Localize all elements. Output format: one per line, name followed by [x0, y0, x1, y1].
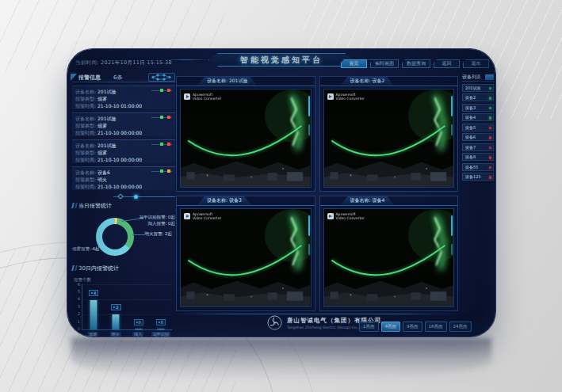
monthly-stats-title: 30日内报警统计 — [72, 265, 175, 272]
alarm-type-label: 报警类型: — [75, 150, 96, 155]
status-dot-alarm — [489, 156, 492, 159]
nav-home-button[interactable]: 首页 — [341, 59, 367, 68]
alarm-entry[interactable]: 设备名称:201试验 报警类型:烟雾 报警时间:21-10-10 00:00:0… — [72, 139, 175, 163]
nav-live-view-button[interactable]: 实时画面 — [370, 59, 399, 68]
bar-plot-area: 6 5 4 3 2 1 0 4 2 — [82, 284, 172, 330]
device-list-item[interactable]: 设备123 — [462, 173, 494, 181]
watermark: ApowersoftVideo Converter — [327, 212, 365, 220]
panel-scrollbar[interactable] — [308, 96, 310, 116]
device-name-value: 201试验 — [97, 143, 116, 148]
y-tick: 1 — [74, 320, 80, 324]
device-list-item[interactable]: 设备55 — [462, 163, 494, 171]
device-list-item[interactable]: 设备2 — [462, 93, 494, 101]
device-list-item[interactable]: 设备4 — [462, 113, 494, 121]
video-device-name-tab: 设备名称: 设备4 — [341, 196, 395, 205]
status-dot-online — [489, 116, 492, 120]
channel-16-button[interactable]: 16画面 — [425, 322, 447, 332]
alarm-time-label: 报警时间: — [75, 184, 96, 189]
alarm-entry[interactable]: 设备名称:设备6 报警类型:明火 报警时间:21-10-10 00:00:00 — [72, 166, 175, 190]
watermark: ApowersoftVideo Converter — [184, 93, 221, 101]
video-panel-header: 设备名称: 设备3 — [177, 196, 315, 206]
panel-scrollbar[interactable] — [451, 215, 453, 236]
channel-9-button[interactable]: 9画面 — [403, 322, 422, 332]
alarm-time-label: 报警时间: — [75, 130, 96, 135]
device-list-header: 设备列表 — [462, 73, 494, 82]
status-dot-alarm — [489, 176, 492, 179]
video-device-name-tab: 设备名称: 201试验 — [197, 77, 257, 86]
y-tick: 5 — [74, 290, 80, 294]
channel-1-button[interactable]: 1画面 — [359, 322, 379, 332]
device-name-label: 设备名称: — [75, 116, 96, 121]
daily-stats-title: 当日报警统计 — [72, 202, 175, 210]
monthly-alarm-bar-chart: 报警个数 6 5 4 3 2 1 0 4 — [72, 277, 175, 337]
device-list-panel: 设备列表 201试验 设备2 设备3 设备4 设备5 设备6 设备7 设备8 设… — [462, 73, 494, 310]
bar-column: 0 — [150, 284, 172, 329]
alarm-time-value: 21-10-10 00:00:00 — [97, 184, 142, 189]
x-tick-smoke: 烟雾 — [87, 332, 98, 337]
device-name-value: 设备6 — [97, 169, 110, 175]
bar-smoke — [90, 300, 97, 329]
alarm-entry[interactable]: 设备名称:201试验 报警类型:烟雾 报警时间:21-10-10 01:00:0… — [72, 86, 175, 109]
status-dot-online — [489, 87, 492, 90]
alarm-panel-title: 报警信息 — [78, 74, 101, 82]
device-list-item[interactable]: 设备5 — [462, 124, 494, 131]
nav-data-query-button[interactable]: 数据查询 — [402, 59, 430, 68]
alarm-time-label: 报警时间: — [75, 157, 96, 162]
panel-scrollbar[interactable] — [308, 244, 310, 255]
bar-intrusion — [135, 329, 142, 329]
status-dot-alarm — [489, 127, 492, 130]
video-stream[interactable]: ApowersoftVideo Converter — [180, 89, 312, 188]
video-name-value: 设备3 — [229, 197, 242, 204]
video-stream[interactable]: ApowersoftVideo Converter — [323, 89, 455, 188]
alarm-level-indicator — [151, 90, 172, 91]
device-reflection — [71, 338, 491, 379]
watermark: ApowersoftVideo Converter — [327, 93, 365, 101]
video-stream[interactable]: ApowersoftVideo Converter — [180, 208, 312, 307]
channel-24-button[interactable]: 24画面 — [449, 322, 472, 332]
watermark-logo-icon — [327, 213, 334, 219]
video-device-name-tab: 设备名称: 设备3 — [197, 196, 251, 205]
bar-column: 0 — [128, 284, 150, 329]
device-list-item[interactable]: 设备7 — [462, 143, 494, 151]
channel-4-button[interactable]: 4画面 — [381, 322, 401, 332]
device-list-item[interactable]: 设备8 — [462, 153, 494, 161]
alarm-level-indicator — [151, 117, 172, 118]
device-list-item[interactable]: 201试验 — [462, 84, 494, 92]
nav-exit-button[interactable]: 退出 — [463, 59, 489, 68]
alarm-level-indicator — [151, 171, 172, 172]
panel-scrollbar[interactable] — [451, 96, 453, 116]
panel-scrollbar[interactable] — [451, 244, 453, 255]
main-nav: 首页 实时画面 数据查询 返回 退出 — [341, 59, 489, 68]
bar-column: 4 — [82, 284, 105, 329]
alarm-entry[interactable]: 设备名称:201试验 报警类型:烟雾 报警时间:21-10-10 00:00:0… — [72, 112, 175, 136]
alarm-time-value: 21-10-10 00:00:00 — [97, 157, 142, 162]
company-logo-icon — [267, 315, 282, 330]
panel-scrollbar[interactable] — [308, 215, 310, 236]
alarm-time-value: 21-10-10 00:00:00 — [97, 130, 142, 135]
video-stream[interactable]: ApowersoftVideo Converter — [323, 208, 455, 307]
device-name-label: 设备名称: — [75, 169, 96, 175]
device-list-item[interactable]: 设备6 — [462, 133, 494, 141]
device-list-toggle-button[interactable] — [485, 74, 494, 80]
alarm-type-label: 报警类型: — [75, 123, 96, 128]
video-name-value: 设备4 — [372, 197, 384, 204]
video-panel-header: 设备名称: 201试验 — [177, 77, 315, 86]
donut-label-vest: 马甲识别报警: 0起 — [139, 215, 175, 220]
alarm-type-value: 烟雾 — [97, 150, 107, 155]
header-divider-line — [162, 59, 208, 60]
device-list-item[interactable]: 设备3 — [462, 104, 494, 112]
video-panel-1: 设备名称: 201试验 ApowersoftVideo Converter — [176, 76, 315, 192]
x-axis-labels: 烟雾 明火 闯入 马甲识别 — [82, 332, 172, 337]
watermark-logo-icon — [327, 93, 334, 100]
panel-scrollbar[interactable] — [451, 124, 453, 135]
x-tick-fire: 明火 — [110, 332, 121, 337]
device-name-value: 201试验 — [97, 89, 116, 94]
y-tick: 6 — [74, 283, 80, 287]
panel-scrollbar[interactable] — [308, 124, 310, 135]
bar-fire — [113, 314, 120, 329]
bar-value-badge: 2 — [111, 304, 120, 310]
nav-back-button[interactable]: 返回 — [434, 59, 460, 68]
video-device-name-tab: 设备名称: 设备2 — [341, 77, 395, 86]
x-tick-intrusion: 闯入 — [132, 332, 143, 337]
status-dot-online — [489, 97, 492, 100]
